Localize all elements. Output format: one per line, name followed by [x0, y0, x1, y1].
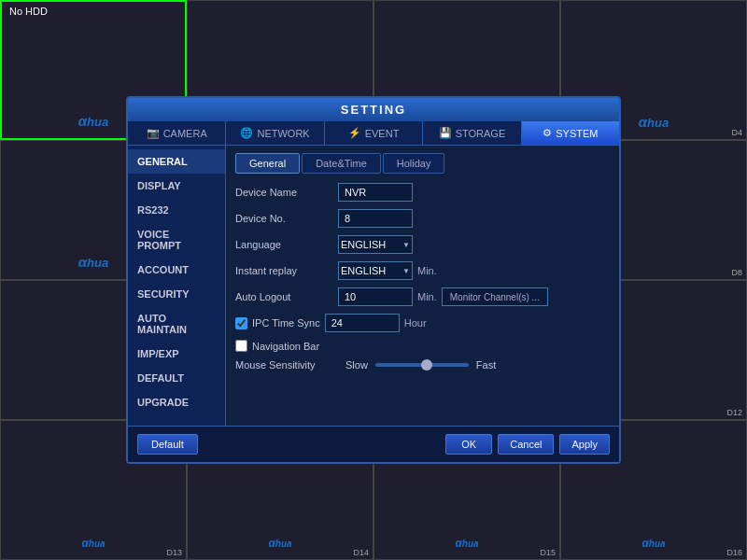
language-row: Language ENGLISH ▼ [235, 235, 610, 254]
instant-replay-unit: Min. [417, 265, 437, 276]
network-icon: 🌐 [240, 127, 253, 139]
auto-logout-unit: Min. [417, 291, 437, 302]
camera-label-d13: D13 [166, 548, 182, 557]
tab-network[interactable]: 🌐 NETWORK [226, 121, 324, 145]
modal-title: SETTING [128, 98, 619, 121]
navigation-bar-label: Navigation Bar [252, 341, 319, 352]
device-name-label: Device Name [235, 187, 338, 198]
sidebar-item-display[interactable]: DISPLAY [128, 174, 225, 198]
mouse-sensitivity-slider-track[interactable] [375, 363, 469, 367]
tab-storage[interactable]: 💾 STORAGE [423, 121, 521, 145]
footer-right-buttons: OK Cancel Apply [445, 434, 610, 455]
instant-replay-label: Instant replay [235, 265, 338, 276]
ipc-time-sync-row: IPC Time Sync Hour [235, 314, 610, 332]
auto-logout-label: Auto Logout [235, 291, 338, 302]
no-hdd-label: No HDD [9, 6, 48, 17]
tab-storage-label: STORAGE [456, 128, 506, 139]
ipc-time-sync-checkbox[interactable] [235, 317, 247, 329]
device-no-input[interactable] [338, 209, 413, 228]
language-label: Language [235, 239, 338, 250]
sidebar-item-general[interactable]: GENERAL [128, 149, 225, 174]
camera-label-d12: D12 [726, 408, 742, 417]
language-select[interactable]: ENGLISH [338, 235, 413, 254]
tab-system[interactable]: ⚙ SYSTEM [522, 121, 619, 145]
camera-label-d8: D8 [731, 268, 742, 277]
device-name-row: Device Name [235, 183, 610, 202]
instant-replay-row: Instant replay ENGLISH ▼ Min. [235, 261, 610, 280]
event-icon: ⚡ [348, 127, 361, 139]
auto-logout-input[interactable] [338, 287, 413, 306]
mouse-sensitivity-row: Mouse Sensitivity Slow Fast [235, 359, 610, 371]
sidebar: GENERAL DISPLAY RS232 VOICE PROMPT ACCOU… [128, 146, 226, 426]
tab-network-label: NETWORK [257, 128, 309, 139]
ipc-time-sync-unit: Hour [404, 317, 427, 329]
camera-label-d4: D4 [731, 128, 742, 137]
tab-camera[interactable]: 📷 CAMERA [128, 121, 226, 145]
instant-replay-select-wrapper: ENGLISH ▼ [338, 261, 413, 280]
mouse-sensitivity-thumb[interactable] [421, 359, 432, 371]
sub-tab-bar: General Date&Time Holiday [235, 153, 610, 174]
system-icon: ⚙ [543, 127, 552, 139]
camera-label-d15: D15 [540, 548, 556, 557]
sidebar-item-account[interactable]: ACCOUNT [128, 258, 225, 282]
language-select-wrapper: ENGLISH ▼ [338, 235, 413, 254]
sidebar-item-voice-prompt[interactable]: VOICE PROMPT [128, 222, 225, 258]
device-name-input[interactable] [338, 183, 413, 202]
apply-button[interactable]: Apply [559, 434, 610, 455]
main-content: General Date&Time Holiday Device Name De… [226, 146, 619, 426]
tab-system-label: SYSTEM [556, 128, 598, 139]
sidebar-item-upgrade[interactable]: UPGRADE [128, 390, 225, 414]
auto-logout-row: Auto Logout Min. Monitor Channel(s) ... [235, 287, 610, 306]
sidebar-item-imp-exp[interactable]: IMP/EXP [128, 342, 225, 366]
mouse-sensitivity-label: Mouse Sensitivity [235, 359, 338, 371]
tab-event-label: EVENT [365, 128, 400, 139]
ipc-time-sync-label: IPC Time Sync [252, 317, 320, 329]
sidebar-item-auto-maintain[interactable]: AUTO MAINTAIN [128, 306, 225, 342]
device-no-label: Device No. [235, 213, 338, 224]
ok-button[interactable]: OK [445, 434, 492, 455]
modal-body: GENERAL DISPLAY RS232 VOICE PROMPT ACCOU… [128, 146, 619, 426]
sidebar-item-default[interactable]: DEFAULT [128, 366, 225, 390]
ipc-time-sync-input[interactable] [325, 314, 400, 332]
sub-tab-datetime[interactable]: Date&Time [302, 153, 381, 174]
camera-icon: 📷 [147, 127, 160, 139]
mouse-slow-label: Slow [345, 359, 368, 371]
sidebar-item-security[interactable]: SECURITY [128, 282, 225, 306]
mouse-fast-label: Fast [476, 359, 496, 371]
camera-label-d16: D16 [726, 548, 742, 557]
sidebar-item-rs232[interactable]: RS232 [128, 198, 225, 222]
tab-event[interactable]: ⚡ EVENT [325, 121, 423, 145]
tab-camera-label: CAMERA [163, 128, 207, 139]
monitor-channels-button[interactable]: Monitor Channel(s) ... [442, 287, 548, 306]
settings-modal: SETTING 📷 CAMERA 🌐 NETWORK ⚡ EVENT 💾 STO… [126, 96, 621, 464]
cancel-button[interactable]: Cancel [498, 434, 554, 455]
device-no-row: Device No. [235, 209, 610, 228]
modal-footer: Default OK Cancel Apply [128, 426, 619, 462]
camera-label-d14: D14 [353, 548, 369, 557]
storage-icon: 💾 [439, 127, 452, 139]
navigation-bar-row: Navigation Bar [235, 340, 610, 352]
sub-tab-general[interactable]: General [235, 153, 300, 174]
navigation-bar-checkbox[interactable] [235, 340, 247, 352]
instant-replay-select[interactable]: ENGLISH [338, 261, 413, 280]
default-button[interactable]: Default [137, 434, 198, 455]
top-tab-bar: 📷 CAMERA 🌐 NETWORK ⚡ EVENT 💾 STORAGE ⚙ S… [128, 121, 619, 146]
sub-tab-holiday[interactable]: Holiday [383, 153, 445, 174]
